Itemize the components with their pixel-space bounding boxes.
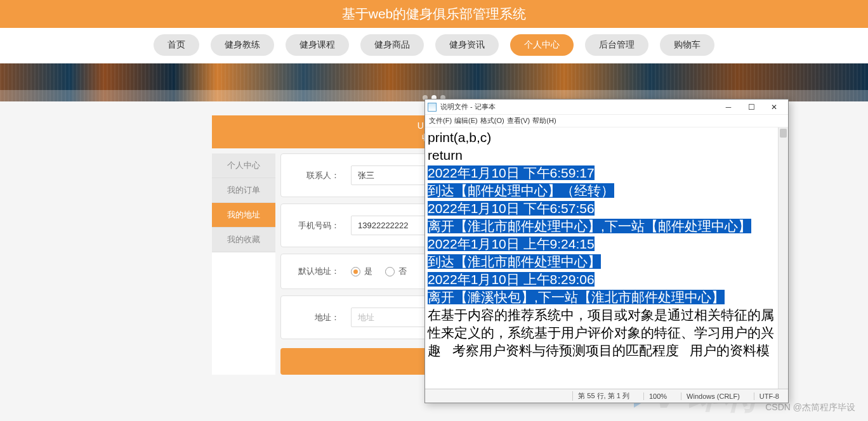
- nav-course[interactable]: 健身课程: [286, 34, 349, 56]
- app-title: 基于web的健身俱乐部管理系统: [342, 6, 527, 21]
- sidebar: 个人中心 我的订单 我的地址 我的收藏: [212, 153, 275, 375]
- text-line: 离开【濉溪快包】,下一站【淮北市邮件处理中心】: [428, 288, 786, 306]
- text-line: 2022年1月10日 下午6:59:17: [428, 164, 786, 182]
- nav-user-center[interactable]: 个人中心: [510, 34, 574, 56]
- status-eol: Windows (CRLF): [681, 392, 745, 400]
- text-line: return: [428, 146, 786, 164]
- nav-goods[interactable]: 健身商品: [360, 34, 424, 56]
- text-line: print(a,b,c): [428, 129, 786, 146]
- window-close-button[interactable]: ✕: [763, 100, 786, 114]
- radio-yes[interactable]: 是: [351, 266, 372, 277]
- status-position: 第 55 行, 第 1 列: [572, 391, 635, 401]
- text-line: 趣 考察用户资料与待预测项目的匹配程度 用户的资料模: [428, 342, 786, 359]
- nav-bar: 首页 健身教练 健身课程 健身商品 健身资讯 个人中心 后台管理 购物车: [0, 28, 868, 63]
- label-contact: 联系人：: [294, 170, 339, 181]
- scrollbar-thumb[interactable]: [780, 129, 787, 138]
- label-default: 默认地址：: [294, 266, 339, 277]
- menu-file[interactable]: 文件(F): [429, 116, 452, 126]
- menu-edit[interactable]: 编辑(E): [454, 116, 478, 126]
- label-phone: 手机号码：: [294, 220, 339, 231]
- text-line: 2022年1月10日 上午9:24:15: [428, 235, 786, 253]
- notepad-app-icon: [428, 103, 437, 112]
- sidebar-item-favorites[interactable]: 我的收藏: [212, 228, 275, 252]
- nav-news[interactable]: 健身资讯: [435, 34, 499, 56]
- text-line: 离开【淮北市邮件处理中心】,下一站【邮件处理中心】: [428, 217, 786, 235]
- banner-image: [0, 63, 868, 101]
- notepad-titlebar[interactable]: 说明文件 - 记事本 ─ ☐ ✕: [425, 100, 788, 115]
- notepad-menubar[interactable]: 文件(F) 编辑(E) 格式(O) 查看(V) 帮助(H): [425, 115, 788, 127]
- radio-no-icon: [385, 267, 395, 276]
- radio-yes-icon: [351, 267, 360, 276]
- notepad-statusbar: 第 55 行, 第 1 列 100% Windows (CRLF) UTF-8: [425, 389, 788, 403]
- text-line: 性来定义的，系统基于用户评价对象的特征、学习用户的兴: [428, 324, 786, 342]
- app-header: 基于web的健身俱乐部管理系统: [0, 0, 868, 28]
- menu-format[interactable]: 格式(O): [480, 116, 504, 126]
- text-line: 到达【邮件处理中心】（经转）: [428, 182, 786, 200]
- status-encoding: UTF-8: [754, 392, 784, 400]
- watermark-text: CSDN @杰简程序毕设: [765, 402, 855, 413]
- text-line: 到达【淮北市邮件处理中心】: [428, 253, 786, 271]
- window-maximize-button[interactable]: ☐: [740, 100, 763, 114]
- menu-view[interactable]: 查看(V): [507, 116, 530, 126]
- label-address: 地址：: [294, 312, 339, 323]
- nav-home[interactable]: 首页: [154, 34, 199, 56]
- nav-admin[interactable]: 后台管理: [585, 34, 648, 56]
- scrollbar[interactable]: [778, 127, 788, 389]
- sidebar-item-profile[interactable]: 个人中心: [212, 153, 275, 178]
- nav-coach[interactable]: 健身教练: [211, 34, 274, 56]
- text-line: 在基于内容的推荐系统中，项目或对象是通过相关特征的属: [428, 306, 786, 324]
- status-zoom: 100%: [643, 392, 672, 400]
- notepad-textarea[interactable]: print(a,b,c) return 2022年1月10日 下午6:59:17…: [425, 127, 788, 389]
- sidebar-item-address[interactable]: 我的地址: [212, 203, 275, 228]
- notepad-title-text: 说明文件 - 记事本: [440, 102, 496, 112]
- sidebar-item-orders[interactable]: 我的订单: [212, 178, 275, 203]
- nav-cart[interactable]: 购物车: [660, 34, 714, 56]
- menu-help[interactable]: 帮助(H): [532, 116, 556, 126]
- text-line: 2022年1月10日 上午8:29:06: [428, 271, 786, 288]
- notepad-window[interactable]: 说明文件 - 记事本 ─ ☐ ✕ 文件(F) 编辑(E) 格式(O) 查看(V)…: [424, 99, 789, 403]
- window-minimize-button[interactable]: ─: [717, 100, 740, 114]
- radio-no[interactable]: 否: [385, 266, 407, 277]
- text-line: 2022年1月10日 下午6:57:56: [428, 200, 786, 217]
